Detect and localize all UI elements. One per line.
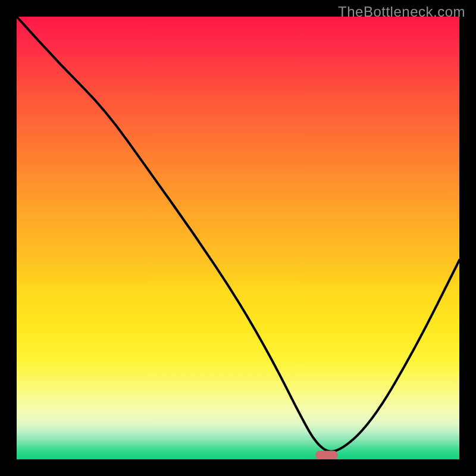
watermark-text: TheBottleneck.com <box>338 4 465 20</box>
bottleneck-curve <box>17 17 459 459</box>
chart-frame: TheBottleneck.com <box>0 0 476 476</box>
optimal-point-marker <box>315 450 338 459</box>
plot-area <box>17 17 459 459</box>
